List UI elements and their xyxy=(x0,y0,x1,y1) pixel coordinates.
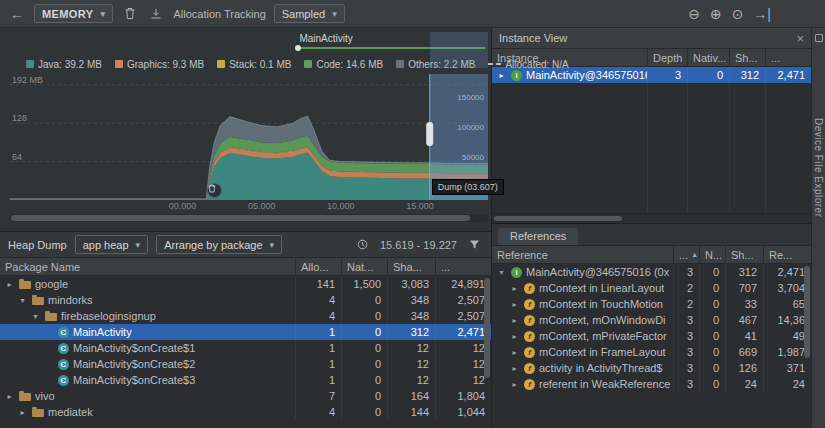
heap-row[interactable]: CMainActivity$onCreate$1101212 xyxy=(0,340,491,356)
trash-icon[interactable] xyxy=(121,5,139,23)
row-value: 348 xyxy=(387,292,435,308)
scrollbar-thumb[interactable] xyxy=(11,215,470,221)
export-heap-dump-icon[interactable] xyxy=(147,5,165,23)
column-header[interactable]: ... xyxy=(765,49,811,66)
row-value: 0 xyxy=(687,67,729,83)
memory-area-chart: 192 MB1286415000010000050000 xyxy=(10,74,488,200)
row-name-cell: CMainActivity$onCreate$1 xyxy=(0,340,295,356)
column-header[interactable]: ... xyxy=(435,258,491,275)
device-icon xyxy=(815,34,823,42)
column-header[interactable]: Re... xyxy=(763,246,811,263)
arrange-dropdown[interactable]: Arrange by package ▾ xyxy=(156,235,282,254)
scrollbar-thumb[interactable] xyxy=(484,278,490,378)
timeline-scrollbar[interactable] xyxy=(10,214,488,222)
chevron-right-icon[interactable]: ▸ xyxy=(509,332,520,341)
reference-row[interactable]: ▸factivity in ActivityThread$30126371 xyxy=(492,360,811,376)
tab-references[interactable]: References xyxy=(498,228,578,245)
column-header[interactable]: ...▲ xyxy=(673,246,699,263)
svg-text:64: 64 xyxy=(12,152,22,162)
column-header[interactable]: Allo... xyxy=(295,258,341,275)
scrollbar-thumb[interactable] xyxy=(804,266,810,358)
go-live-icon[interactable]: →| xyxy=(753,6,771,22)
chevron-right-icon[interactable]: ▸ xyxy=(509,300,520,309)
chevron-down-icon[interactable]: ▾ xyxy=(496,268,507,277)
instance-hscrollbar[interactable] xyxy=(492,213,811,223)
reference-row[interactable]: ▸fmContext, mOnWindowDi3046714,36 xyxy=(492,312,811,328)
memory-timeline[interactable]: MainActivity Java: 39.2 MBGraphics: 9.3 … xyxy=(0,28,491,232)
heap-row[interactable]: ▸google1411,5003,08324,891 xyxy=(0,276,491,292)
folder-icon xyxy=(19,281,31,289)
column-header[interactable]: Sha... xyxy=(387,258,435,275)
heap-row[interactable]: CMainActivity103122,471 xyxy=(0,324,491,340)
chevron-right-icon[interactable]: ▸ xyxy=(496,71,507,80)
reference-row[interactable]: ▸fmContext in LinearLayout207073,704 xyxy=(492,280,811,296)
column-header[interactable]: Nativ... xyxy=(687,49,729,66)
reference-row[interactable]: ▸fmContext in FrameLayout306691,987 xyxy=(492,344,811,360)
heap-row[interactable]: ▾firebaseloginsignup403482,507 xyxy=(0,308,491,324)
profiler-toolbar: ← MEMORY ▾ Allocation Tracking Sampled ▾… xyxy=(0,0,825,28)
legend-item: Stack: 0.1 MB xyxy=(217,59,291,70)
heap-row[interactable]: ▸mediatek401441,044 xyxy=(0,404,491,420)
column-header[interactable]: Nat... xyxy=(341,258,387,275)
time-tick-label: 15.000 xyxy=(402,201,438,211)
chevron-down-icon[interactable]: ▾ xyxy=(30,312,41,321)
row-value: 3 xyxy=(673,264,699,280)
chevron-right-icon[interactable]: ▸ xyxy=(4,392,15,401)
folder-icon xyxy=(32,409,44,417)
filter-icon[interactable] xyxy=(465,236,483,254)
row-name-cell: ▾iMainActivity@346575016 (0x xyxy=(492,264,673,280)
column-header[interactable]: Depth xyxy=(647,49,687,66)
heap-scope-dropdown[interactable]: app heap ▾ xyxy=(75,235,148,254)
chevron-down-icon: ▾ xyxy=(136,240,141,250)
row-value: 3,083 xyxy=(387,276,435,292)
chevron-right-icon[interactable]: ▸ xyxy=(4,280,15,289)
legend-item: Graphics: 9.3 MB xyxy=(115,59,204,70)
chevron-right-icon[interactable]: ▸ xyxy=(17,408,28,417)
reference-row[interactable]: ▸fmContext in TouchMotion203365 xyxy=(492,296,811,312)
chevron-right-icon[interactable]: ▸ xyxy=(509,284,520,293)
column-header[interactable]: Package Name xyxy=(0,258,295,275)
device-file-explorer-tab[interactable]: Device File Explorer xyxy=(813,118,824,217)
legend-label: Graphics: 9.3 MB xyxy=(127,59,204,70)
reference-row[interactable]: ▾iMainActivity@346575016 (0x303122,471 xyxy=(492,264,811,280)
row-name-cell: ▸fmContext in LinearLayout xyxy=(492,280,673,296)
instance-view-header: Instance View × xyxy=(492,28,811,49)
column-header[interactable]: Sh... xyxy=(725,246,763,263)
row-value: 41 xyxy=(725,328,763,344)
arrange-value: Arrange by package xyxy=(164,239,262,251)
row-value: 0 xyxy=(699,296,725,312)
vertical-scrollbar[interactable] xyxy=(803,264,811,428)
legend-swatch xyxy=(115,60,123,68)
profiler-session-dropdown[interactable]: MEMORY ▾ xyxy=(34,4,113,23)
column-header[interactable]: Sh... xyxy=(729,49,765,66)
column-header[interactable]: Reference xyxy=(492,246,673,263)
zoom-out-icon[interactable]: ⊖ xyxy=(688,6,700,22)
row-value: 3 xyxy=(673,328,699,344)
sampling-dropdown[interactable]: Sampled ▾ xyxy=(274,4,345,23)
heap-row[interactable]: ▾mindorks403482,507 xyxy=(0,292,491,308)
chevron-right-icon[interactable]: ▸ xyxy=(509,348,520,357)
chevron-right-icon[interactable]: ▸ xyxy=(509,364,520,373)
reset-zoom-icon[interactable]: ⊙ xyxy=(732,6,744,22)
row-name-cell: ▸google xyxy=(0,276,295,292)
close-icon[interactable]: × xyxy=(796,32,804,45)
chevron-down-icon[interactable]: ▾ xyxy=(17,296,28,305)
row-value: 164 xyxy=(387,388,435,404)
row-label: MainActivity$onCreate$2 xyxy=(73,358,195,370)
heap-row[interactable]: CMainActivity$onCreate$2101212 xyxy=(0,356,491,372)
heap-table: ▸google1411,5003,08324,891▾mindorks40348… xyxy=(0,276,491,428)
scrollbar-thumb[interactable] xyxy=(494,216,622,221)
class-icon: C xyxy=(58,375,69,386)
zoom-in-icon[interactable]: ⊕ xyxy=(710,6,722,22)
back-icon[interactable]: ← xyxy=(8,5,26,23)
chevron-right-icon[interactable]: ▸ xyxy=(509,380,520,389)
chevron-right-icon[interactable]: ▸ xyxy=(509,316,520,325)
memory-chart-plot[interactable]: 192 MB1286415000010000050000Dump (03.607… xyxy=(10,74,488,200)
reference-row[interactable]: ▸freferent in WeakReference302424 xyxy=(492,376,811,392)
reference-row[interactable]: ▸fmContext, mPrivateFactor304149 xyxy=(492,328,811,344)
vertical-scrollbar[interactable] xyxy=(483,276,491,428)
column-header[interactable]: N... xyxy=(699,246,725,263)
heap-row[interactable]: ▸vivo701641,804 xyxy=(0,388,491,404)
row-label: mContext in LinearLayout xyxy=(539,282,664,294)
heap-row[interactable]: CMainActivity$onCreate$3101212 xyxy=(0,372,491,388)
